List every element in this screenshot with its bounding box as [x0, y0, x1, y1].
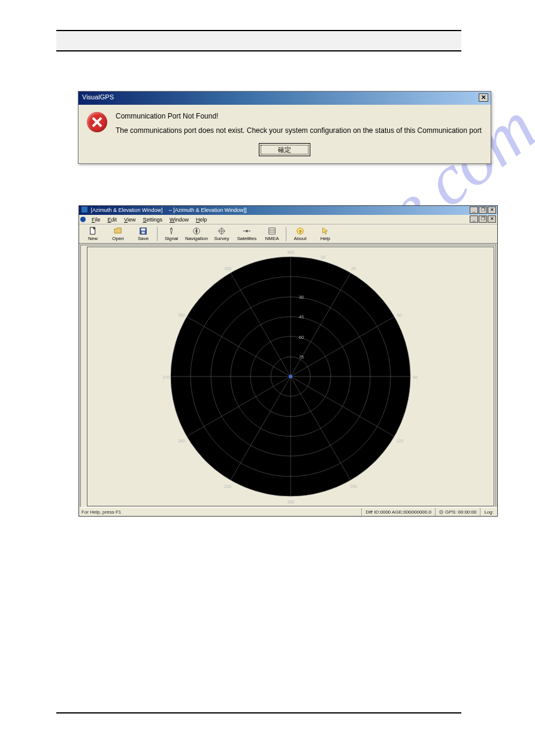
menu-view[interactable]: View	[120, 216, 139, 223]
toolbar-separator	[286, 227, 286, 241]
az-label: 240	[178, 439, 185, 443]
new-file-icon	[89, 227, 97, 235]
az-label: 120	[396, 439, 403, 443]
gps-led-icon	[439, 510, 443, 514]
mdi-restore-button[interactable]: ❐	[479, 215, 487, 223]
az-label: 60	[397, 313, 402, 317]
status-gps-text: GPS: 00:00:00	[445, 509, 476, 515]
elev-label: 60	[299, 335, 304, 339]
save-floppy-icon	[139, 227, 147, 235]
app-minimize-button[interactable]: _	[470, 207, 478, 214]
toolbar-navigation-label: Navigation	[185, 236, 208, 241]
app-title-suffix: – [Azimuth & Elevation Window]]	[169, 207, 247, 213]
svg-text:?: ?	[299, 229, 302, 234]
toolbar-navigation[interactable]: Navigation	[184, 225, 209, 243]
app-titlebar: [Azimuth & Elevation Window] – [Azimuth …	[79, 206, 497, 215]
toolbar-save-label: Save	[138, 236, 149, 241]
svg-rect-12	[269, 227, 276, 234]
error-dialog-close-button[interactable]: ✕	[479, 93, 488, 102]
status-diff: Diff ID:0000 AGE:000000000.0	[361, 508, 435, 516]
elev-label: 30	[299, 295, 304, 299]
toolbar-signal-label: Signal	[165, 236, 178, 241]
error-dialog-text: Communication Port Not Found! The commun…	[116, 112, 482, 135]
toolbar-nmea[interactable]: NMEA	[259, 225, 285, 243]
signal-antenna-icon	[167, 227, 176, 235]
navigation-compass-icon	[192, 227, 201, 235]
about-question-icon: ?	[296, 227, 304, 235]
az-label: 15	[321, 255, 325, 259]
az-label: 330	[224, 266, 231, 271]
az-label: 30	[351, 266, 356, 271]
toolbar-survey[interactable]: Survey	[209, 225, 234, 243]
error-dialog-title: VisualGPS	[82, 93, 114, 101]
toolbar-signal[interactable]: Signal	[159, 225, 184, 243]
svg-point-30	[289, 375, 292, 378]
app-icon	[81, 207, 87, 212]
elev-label: 75	[299, 355, 304, 359]
toolbar-save[interactable]: Save	[131, 225, 156, 243]
toolbar-new-label: New	[88, 236, 98, 241]
status-bar: For Help, press F1 Diff ID:0000 AGE:0000…	[79, 507, 497, 516]
az-label: 270	[162, 375, 170, 379]
svg-rect-9	[246, 230, 248, 232]
radar-canvas-area: 360 15 30 60 90 120 150 180 210 240 270 …	[80, 245, 496, 508]
toolbar-open[interactable]: Open	[105, 225, 131, 243]
open-folder-icon	[114, 227, 122, 235]
error-dialog-titlebar: VisualGPS ✕	[78, 92, 491, 105]
svg-rect-3	[141, 231, 144, 233]
menu-file[interactable]: File	[88, 216, 104, 223]
help-pointer-icon	[321, 227, 330, 235]
toolbar-satellites[interactable]: Satellites	[234, 225, 259, 243]
mdi-minimize-button[interactable]: _	[470, 215, 478, 223]
error-icon	[87, 112, 107, 132]
toolbar-satellites-label: Satellites	[237, 236, 256, 241]
az-label: 150	[350, 484, 357, 488]
app-title-prefix: [Azimuth & Elevation Window]	[91, 207, 163, 213]
error-dialog: VisualGPS ✕ Communication Port Not Found…	[78, 91, 491, 164]
status-gps: GPS: 00:00:00	[435, 508, 480, 516]
app-menu-icon	[80, 217, 86, 222]
page-header	[56, 30, 461, 51]
toolbar: New Open Save Signal Navigation Survey S…	[79, 224, 497, 244]
header-bar	[56, 30, 461, 51]
menu-bar: File Edit View Settings Window Help	[79, 215, 497, 224]
app-restore-button[interactable]: ❐	[479, 207, 487, 214]
app-close-button[interactable]: ✕	[488, 207, 496, 214]
toolbar-new[interactable]: New	[80, 225, 105, 243]
error-dialog-heading: Communication Port Not Found!	[116, 112, 482, 120]
status-log: Log:	[480, 508, 497, 516]
app-window: [Azimuth & Elevation Window] – [Azimuth …	[78, 205, 498, 517]
toolbar-help-label: Help	[321, 236, 330, 241]
survey-crosshair-icon	[217, 227, 226, 235]
radar-frame: 360 15 30 60 90 120 150 180 210 240 270 …	[87, 247, 494, 506]
status-help-text: For Help, press F1	[79, 509, 361, 515]
svg-rect-10	[243, 230, 246, 232]
menu-edit[interactable]: Edit	[104, 216, 121, 223]
toolbar-separator	[157, 227, 158, 241]
error-dialog-body: The communications port does not exist. …	[116, 126, 482, 135]
menu-help[interactable]: Help	[192, 216, 211, 223]
az-label: 360	[287, 250, 294, 254]
toolbar-nmea-label: NMEA	[265, 236, 279, 241]
menu-settings[interactable]: Settings	[139, 216, 166, 223]
az-label: 210	[224, 484, 231, 488]
svg-point-4	[171, 227, 173, 229]
az-label: 90	[413, 375, 418, 379]
satellite-icon	[243, 227, 251, 235]
az-label: 300	[178, 313, 185, 317]
toolbar-about-label: About	[294, 236, 307, 241]
az-label: 180	[287, 500, 294, 504]
svg-rect-2	[141, 228, 146, 230]
elev-label: 45	[299, 315, 304, 319]
nmea-grid-icon	[268, 227, 276, 235]
error-dialog-ok-button[interactable]: 確定	[259, 143, 310, 156]
radar-plot: 360 15 30 60 90 120 150 180 210 240 270 …	[162, 248, 419, 505]
mdi-close-button[interactable]: ✕	[488, 215, 496, 223]
toolbar-open-label: Open	[112, 236, 124, 241]
menu-window[interactable]: Window	[166, 216, 192, 223]
toolbar-about[interactable]: ? About	[288, 225, 313, 243]
toolbar-help[interactable]: Help	[313, 225, 338, 243]
page-footer-line	[56, 712, 461, 714]
svg-rect-11	[249, 230, 251, 232]
app-window-controls: _ ❐ ✕	[470, 207, 496, 214]
